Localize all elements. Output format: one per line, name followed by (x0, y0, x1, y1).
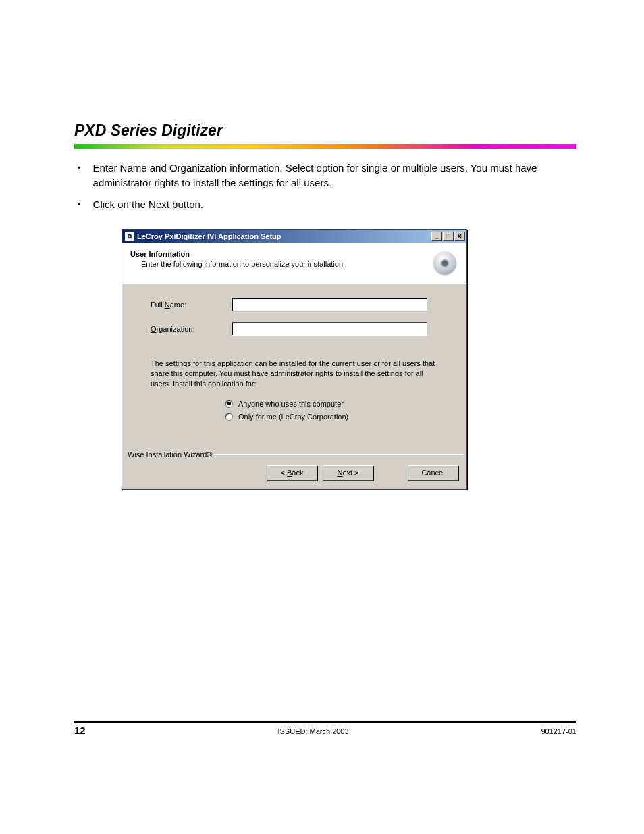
organization-label: Organization: (151, 325, 232, 333)
list-item: • Enter Name and Organization informatio… (74, 161, 576, 190)
bullet-text: Enter Name and Organization information.… (93, 161, 576, 190)
maximize-button[interactable]: □ (443, 232, 454, 241)
organization-input[interactable] (232, 322, 427, 336)
header-title: User Information (130, 250, 425, 258)
radio-group: Anyone who uses this computer Only for m… (225, 400, 453, 421)
body-panel: Full Name: Organization: The settings fo… (122, 284, 466, 430)
wise-line: Wise Installation Wizard® (122, 450, 466, 459)
gradient-divider (74, 144, 576, 149)
installer-window: ⧉ LeCroy PxiDigitizer IVI Application Se… (122, 229, 467, 490)
list-item: • Click on the Next button. (74, 197, 576, 212)
radio-only-me[interactable]: Only for me (LeCroy Corporation) (225, 413, 453, 421)
radio-icon (225, 400, 233, 408)
info-text: The settings for this application can be… (151, 359, 439, 389)
wise-rule (213, 454, 464, 455)
page-footer: 12 ISSUED: March 2003 901217-01 (74, 721, 576, 736)
full-name-label: Full Name: (151, 301, 232, 309)
back-button[interactable]: < Back (267, 465, 317, 481)
button-row: < Back Next > Cancel (122, 459, 466, 489)
next-button[interactable]: Next > (323, 465, 373, 481)
bullet-dot-icon: • (78, 162, 81, 190)
installer-screenshot: ⧉ LeCroy PxiDigitizer IVI Application Se… (122, 229, 576, 490)
radio-anyone[interactable]: Anyone who uses this computer (225, 400, 453, 408)
bullet-list: • Enter Name and Organization informatio… (74, 161, 576, 211)
minimize-button[interactable]: _ (431, 232, 442, 241)
radio-anyone-label: Anyone who uses this computer (238, 400, 344, 408)
app-icon: ⧉ (125, 232, 134, 241)
titlebar: ⧉ LeCroy PxiDigitizer IVI Application Se… (122, 230, 466, 243)
footer-issued: ISSUED: March 2003 (277, 727, 348, 735)
wise-label: Wise Installation Wizard® (128, 450, 212, 459)
full-name-input[interactable] (232, 298, 427, 311)
bullet-dot-icon: • (78, 199, 81, 212)
header-subtitle: Enter the following information to perso… (130, 260, 425, 268)
cancel-button[interactable]: Cancel (408, 465, 458, 481)
page-number: 12 (74, 725, 86, 736)
cd-icon (431, 250, 458, 277)
bullet-text: Click on the Next button. (93, 197, 576, 212)
page-title: PXD Series Digitizer (74, 122, 576, 140)
radio-only-me-label: Only for me (LeCroy Corporation) (238, 413, 348, 421)
footer-docid: 901217-01 (541, 727, 576, 735)
close-button[interactable]: ✕ (454, 232, 465, 241)
header-panel: User Information Enter the following inf… (122, 243, 466, 284)
footer-rule (74, 721, 576, 723)
radio-icon (225, 413, 233, 421)
full-name-row: Full Name: (151, 298, 453, 311)
window-title: LeCroy PxiDigitizer IVI Application Setu… (137, 232, 431, 240)
organization-row: Organization: (151, 322, 453, 336)
